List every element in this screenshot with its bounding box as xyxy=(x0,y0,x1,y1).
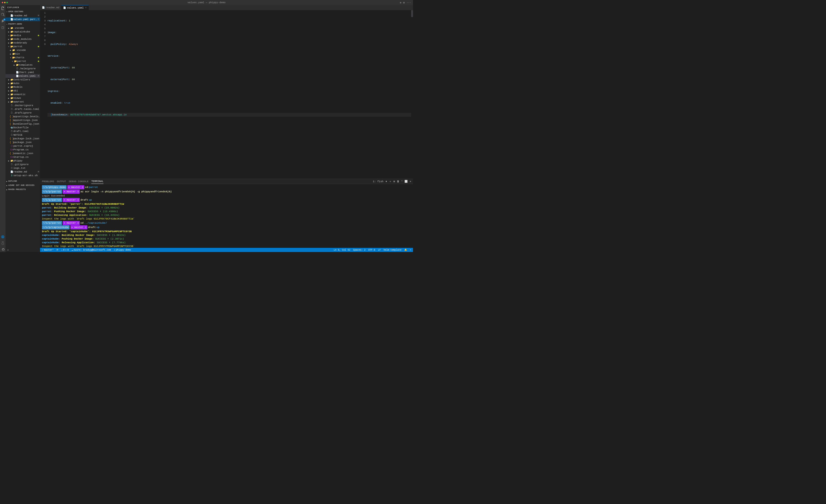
status-sync[interactable]: ⟳ xyxy=(56,249,58,251)
tree-startup-cs[interactable]: C# Startup.cs xyxy=(5,155,40,159)
tree-captainkube[interactable]: ▶ 📁 captainkube xyxy=(5,30,40,34)
tree-semantic-json[interactable]: { } semantic.json xyxy=(5,151,40,155)
json-icon: { } xyxy=(10,137,13,140)
project-section[interactable]: ▾ PHIPPY-DEMO xyxy=(5,22,40,26)
tree-controllers[interactable]: ▶ 📁 Controllers xyxy=(5,78,40,81)
split-editor-icon[interactable]: ⊕ xyxy=(400,1,402,4)
tree-parrot-csproj[interactable]: ⬡ parrot.csproj xyxy=(5,144,40,148)
tree-chart-yaml[interactable]: 📄 Chart.yaml xyxy=(5,70,40,74)
tree-nodebrady[interactable]: ▶ 📁 nodebrady xyxy=(5,41,40,45)
tree-draft-toml[interactable]: 🗒 draft.toml xyxy=(5,129,40,133)
tree-parrot-vscode[interactable]: ▶ 📁 .vscode xyxy=(5,48,40,52)
maximize-button[interactable] xyxy=(6,2,8,3)
split-terminal-icon[interactable]: ⊞ xyxy=(394,180,395,183)
open-editors-section[interactable]: ▾ OPEN EDITORS xyxy=(5,10,40,14)
tree-charts[interactable]: ▾ 📂 charts xyxy=(5,56,40,59)
tree-media[interactable]: ▾ 📂 media xyxy=(5,34,40,37)
chevron-up-icon[interactable]: ⌃ xyxy=(401,180,403,183)
tab-terminal[interactable]: TERMINAL xyxy=(91,179,104,184)
tree-package-json[interactable]: { } package.json xyxy=(5,140,40,144)
tree-wwwroot[interactable]: ▶ 📁 wwwroot xyxy=(5,100,40,104)
folder-icon: 📁 xyxy=(12,49,15,52)
azure-iot-section[interactable]: ▶ AZURE IOT HUB DEVICES xyxy=(5,183,40,188)
maven-section[interactable]: ▶ MAVEN PROJECTS xyxy=(5,188,40,192)
layout-icon[interactable]: ⊞ xyxy=(403,1,405,4)
tree-charts-parrot[interactable]: ▾ 📂 parrot xyxy=(5,59,40,63)
tree-notice[interactable]: 🗒 NOTICE xyxy=(5,133,40,137)
tree-logs-txt[interactable]: 🗒 logs.txt xyxy=(5,166,40,170)
tab-close-icon[interactable]: × xyxy=(85,6,86,9)
tree-readme-md[interactable]: 📄 readme.md M xyxy=(5,170,40,174)
tree-draftignore[interactable]: 🗒 .draftignore xyxy=(5,111,40,115)
tree-package-lock[interactable]: { } package-lock.json xyxy=(5,137,40,140)
tree-helmignore[interactable]: 🗒 .helmignore xyxy=(5,67,40,70)
trash-icon[interactable]: 🗑 xyxy=(397,180,399,183)
tree-node-modules[interactable]: ▶ 📁 node_modules xyxy=(5,37,40,41)
new-terminal-icon[interactable]: ＋ xyxy=(389,180,392,183)
prompt-git: ✦ master ± xyxy=(67,185,84,189)
tree-setup-sh[interactable]: $ setup-acr-aks.sh xyxy=(5,174,40,177)
tree-views[interactable]: ▶ 📁 Views xyxy=(5,96,40,100)
tree-label-semantic-json: semantic.json xyxy=(13,152,40,155)
maximize-panel-icon[interactable]: ⬜ xyxy=(405,180,408,183)
tree-vscode[interactable]: ▶ 📁 .vscode xyxy=(5,26,40,30)
terminal-content[interactable]: ~/s/phippy-demo ✦ master ± cd parrot ~/s… xyxy=(40,184,413,248)
tab-values-label: values.yaml xyxy=(67,6,84,9)
open-editor-readme[interactable]: 📄 readme.md M xyxy=(5,14,40,17)
tree-label-obj: obj xyxy=(13,89,40,92)
status-warnings[interactable]: ⚠ 0 ✕ 0 xyxy=(61,249,69,251)
tab-problems[interactable]: PROBLEMS xyxy=(42,179,54,184)
tree-semantic[interactable]: ▶ 📁 semantic xyxy=(5,92,40,96)
status-branch[interactable]: ✓ master* xyxy=(42,249,54,251)
tree-dockerignore[interactable]: 🗒 .dockerignore xyxy=(5,104,40,107)
debug-icon[interactable] xyxy=(0,241,5,246)
editor-scrollbar[interactable] xyxy=(411,10,413,179)
minimize-button[interactable] xyxy=(4,2,5,3)
status-bell[interactable]: 🔔 xyxy=(404,249,407,251)
git-icon[interactable]: 6 xyxy=(0,19,5,23)
tab-output[interactable]: OUTPUT xyxy=(57,179,66,184)
tree-appsettings[interactable]: { } appsettings.json xyxy=(5,118,40,122)
status-position[interactable]: Ln 9, Col 52 xyxy=(334,249,350,251)
tree-parrot[interactable]: ▾ 📂 parrot xyxy=(5,45,40,48)
tree-obj[interactable]: ▶ 📁 obj xyxy=(5,89,40,92)
tree-models[interactable]: ▶ 📁 Models xyxy=(5,85,40,89)
close-panel-icon[interactable]: ✕ xyxy=(410,180,411,183)
file-icon: 🗒 xyxy=(10,112,13,114)
open-editor-values[interactable]: 📄 values.yaml parrot/charts/parrot/ M xyxy=(5,17,40,21)
tab-debug-console[interactable]: DEBUG CONSOLE xyxy=(69,179,88,184)
extensions-icon[interactable] xyxy=(0,25,5,30)
outline-section[interactable]: ▶ OUTLINE xyxy=(5,179,40,183)
tree-phippy[interactable]: ▶ 📁 phippy xyxy=(5,159,40,163)
modified-badge xyxy=(38,61,39,62)
editor-code[interactable]: replicaCount: 1 image: pullPolicy: Alway… xyxy=(48,10,411,179)
tree-draft-tasks[interactable]: 🗒 .draft-tasks.toml xyxy=(5,107,40,111)
close-button[interactable] xyxy=(2,2,3,3)
tree-templates[interactable]: ▶ 📁 templates xyxy=(5,63,40,67)
kubernetes-icon[interactable] xyxy=(0,235,5,239)
status-project[interactable]: ✦ phippy-demo xyxy=(114,249,131,251)
status-azure[interactable]: ☁ Azure: bradyg@microsoft.com xyxy=(71,249,111,251)
terminal-dropdown-icon[interactable]: ▾ xyxy=(386,179,387,183)
tree-bundleconfig[interactable]: { } bundleconfig.json xyxy=(5,122,40,126)
status-language[interactable]: helm-template xyxy=(384,249,402,251)
tree-dockerfile[interactable]: 🐳 Dockerfile xyxy=(5,126,40,129)
search-icon[interactable] xyxy=(0,12,5,17)
gear-icon[interactable]: ⚙ xyxy=(7,249,8,251)
status-feedback[interactable]: ⚡ xyxy=(410,249,411,251)
more-icon[interactable]: ··· xyxy=(407,1,411,4)
tree-bin[interactable]: ▶ 📁 bin xyxy=(5,52,40,56)
settings-icon[interactable] xyxy=(0,247,5,252)
tab-readme[interactable]: 📄 readme.md xyxy=(40,5,61,10)
tree-gitignore[interactable]: 🗒 .gitignore xyxy=(5,163,40,166)
tree-hubs[interactable]: ▶ 📁 Hubs xyxy=(5,81,40,85)
tree-label-semantic: semantic xyxy=(13,93,40,96)
status-eol[interactable]: LF xyxy=(378,249,381,251)
tree-program-cs[interactable]: C# Program.cs xyxy=(5,148,40,151)
tab-values-yaml[interactable]: 📄 values.yaml × xyxy=(61,5,89,10)
status-spaces[interactable]: Spaces: 2 xyxy=(353,249,365,251)
status-encoding[interactable]: UTF-8 xyxy=(368,249,375,251)
files-icon[interactable] xyxy=(0,6,5,11)
tree-values-yaml[interactable]: 📄 values.yaml M xyxy=(5,74,40,78)
tree-appsettings-dev[interactable]: { } appsettings.Development.json xyxy=(5,115,40,118)
